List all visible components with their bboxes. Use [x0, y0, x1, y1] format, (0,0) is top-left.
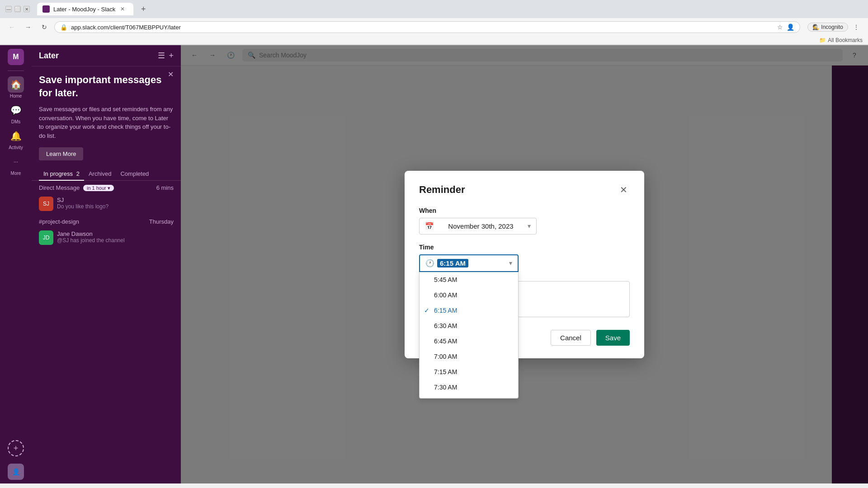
star-icon[interactable]: ☆ — [777, 23, 783, 31]
time-label: Time — [419, 244, 630, 251]
date-picker-button[interactable]: 📅 November 30th, 2023 ▾ — [419, 218, 537, 235]
window-controls: — ⬜ ✕ — [5, 6, 30, 12]
address-bar: ← → ↻ 🔒 app.slack.com/client/T067MEBPPUY… — [0, 18, 868, 36]
time-option-630am[interactable]: 6:30 AM — [420, 318, 518, 333]
incognito-label: Incognito — [821, 24, 843, 30]
cancel-button[interactable]: Cancel — [551, 330, 591, 346]
nav-more[interactable]: ··· More — [8, 154, 24, 176]
time-select-display[interactable]: 🕐 6:15 AM ▾ — [419, 254, 519, 272]
nav-home[interactable]: 🏠 Home — [8, 76, 24, 99]
time-option-730am[interactable]: 7:30 AM — [420, 380, 518, 395]
later-panel-title: Later — [39, 51, 59, 61]
panel-header-icons: ☰ + — [158, 51, 174, 61]
dm-sender-name: SJ — [57, 197, 174, 203]
hero-close-button[interactable]: ✕ — [168, 70, 174, 79]
main-content: ← → 🕐 🔍 Search MoodJoy ? Reminder ✕ W — [181, 45, 868, 483]
calendar-icon: 📅 — [425, 222, 434, 230]
time-option-615am[interactable]: 6:15 AM — [420, 303, 518, 318]
completed-label: Completed — [120, 170, 149, 177]
tab-bar: Later - MoodJoy - Slack ✕ + — [37, 3, 863, 15]
user-avatar-bottom[interactable]: 👤 — [8, 464, 24, 480]
profile-icon[interactable]: 👤 — [787, 23, 794, 31]
dm-tag[interactable]: in 1 hour ▾ — [83, 185, 114, 191]
dm-message-content: SJ Do you like this logo? — [57, 197, 174, 210]
browser-chrome: — ⬜ ✕ Later - MoodJoy - Slack ✕ + ← → ↻ … — [0, 0, 868, 45]
more-nav-label: More — [11, 171, 21, 176]
modal-title: Reminder — [419, 184, 465, 196]
slack-favicon — [42, 5, 50, 13]
time-chevron-icon: ▾ — [509, 259, 512, 267]
modal-close-button[interactable]: ✕ — [617, 183, 630, 196]
time-dropdown[interactable]: 5:45 AM 6:00 AM 6:15 AM 6:30 AM 6:45 AM … — [419, 272, 519, 399]
incognito-icon: 🕵️ — [812, 24, 819, 30]
time-option-645am[interactable]: 6:45 AM — [420, 333, 518, 349]
nav-activity[interactable]: 🔔 Activity — [8, 128, 24, 150]
dms-nav-label: DMs — [11, 119, 21, 124]
home-nav-label: Home — [10, 94, 22, 99]
status-tabs: In progress 2 Archived Completed — [32, 168, 181, 181]
address-icons: ☆ 👤 — [777, 23, 794, 31]
left-panel: Later ☰ + ✕ Save important messages for … — [32, 45, 181, 483]
home-nav-icon[interactable]: 🏠 — [8, 76, 24, 93]
close-button[interactable]: ✕ — [24, 6, 30, 12]
incognito-indicator: 🕵️ Incognito — [807, 23, 848, 32]
address-input[interactable]: 🔒 app.slack.com/client/T067MEBPPUY/later… — [54, 21, 800, 33]
time-option-700am[interactable]: 7:00 AM — [420, 349, 518, 364]
time-option-715am[interactable]: 7:15 AM — [420, 364, 518, 380]
back-button[interactable]: ← — [5, 21, 18, 33]
save-button[interactable]: Save — [596, 330, 630, 346]
lock-icon: 🔒 — [60, 24, 67, 31]
reminder-modal: Reminder ✕ When 📅 November 30th, 2023 ▾ … — [405, 171, 644, 358]
in-progress-label: In progress — [43, 170, 73, 177]
dm-message-item[interactable]: SJ SJ Do you like this logo? — [32, 193, 181, 215]
activity-nav-label: Activity — [9, 145, 23, 150]
channel-time: Thursday — [149, 218, 174, 225]
clock-icon: 🕐 — [425, 259, 434, 267]
channel-message-item[interactable]: JD Jane Dawson @SJ has joined the channe… — [32, 227, 181, 249]
time-section: Time 🕐 6:15 AM ▾ 5:45 AM 6:00 AM 6:15 AM — [419, 244, 630, 272]
tab-close-button[interactable]: ✕ — [119, 5, 126, 13]
add-icon[interactable]: + — [169, 51, 174, 61]
time-option-745am[interactable]: 7:45 AM — [420, 395, 518, 399]
maximize-button[interactable]: ⬜ — [14, 6, 21, 12]
time-option-600am[interactable]: 6:00 AM — [420, 287, 518, 303]
divider — [8, 70, 24, 71]
time-option-545am[interactable]: 5:45 AM — [420, 272, 518, 287]
tab-title: Later - MoodJoy - Slack — [53, 6, 115, 13]
activity-nav-icon[interactable]: 🔔 — [8, 128, 24, 144]
new-tab-button[interactable]: + — [137, 3, 150, 15]
all-bookmarks[interactable]: 📁 All Bookmarks — [819, 37, 863, 43]
completed-tab[interactable]: Completed — [116, 168, 153, 181]
reload-button[interactable]: ↻ — [38, 21, 51, 33]
extensions-button[interactable]: ⋮ — [850, 21, 863, 33]
learn-more-button[interactable]: Learn More — [39, 147, 83, 160]
channel-section-label: #project-design Thursday — [32, 215, 181, 227]
in-progress-tab[interactable]: In progress 2 — [39, 168, 84, 181]
active-tab[interactable]: Later - MoodJoy - Slack ✕ — [37, 3, 133, 15]
bookmarks-label: All Bookmarks — [828, 37, 863, 43]
filter-icon[interactable]: ☰ — [158, 51, 165, 61]
add-workspace-button[interactable]: + — [8, 440, 24, 456]
modal-backdrop[interactable]: Reminder ✕ When 📅 November 30th, 2023 ▾ … — [181, 45, 868, 483]
dm-message-text: Do you like this logo? — [57, 203, 174, 210]
jane-avatar: JD — [39, 230, 53, 245]
hero-title: Save important messages for later. — [39, 74, 174, 99]
dm-time: 6 mins — [156, 184, 174, 191]
dms-nav-icon[interactable]: 💬 — [8, 102, 24, 118]
time-select-container: 🕐 6:15 AM ▾ 5:45 AM 6:00 AM 6:15 AM 6:30… — [419, 254, 630, 272]
left-panel-header: Later ☰ + — [32, 45, 181, 66]
bookmarks-bar: 📁 All Bookmarks — [0, 36, 868, 45]
minimize-button[interactable]: — — [5, 6, 12, 12]
archived-tab[interactable]: Archived — [84, 168, 116, 181]
date-value: November 30th, 2023 — [448, 222, 513, 230]
in-progress-count: 2 — [76, 170, 80, 177]
forward-button[interactable]: → — [22, 21, 34, 33]
time-selected-value: 6:15 AM — [437, 259, 468, 267]
later-hero-section: ✕ Save important messages for later. Sav… — [39, 70, 174, 160]
modal-header: Reminder ✕ — [419, 183, 630, 196]
workspace-icon[interactable]: M — [8, 49, 24, 65]
app-area: M 🏠 Home 💬 DMs 🔔 Activity ··· More + 👤 L… — [0, 45, 868, 483]
channel-sender-name: Jane Dawson — [57, 230, 174, 237]
nav-dms[interactable]: 💬 DMs — [8, 102, 24, 124]
more-nav-icon[interactable]: ··· — [8, 154, 24, 170]
